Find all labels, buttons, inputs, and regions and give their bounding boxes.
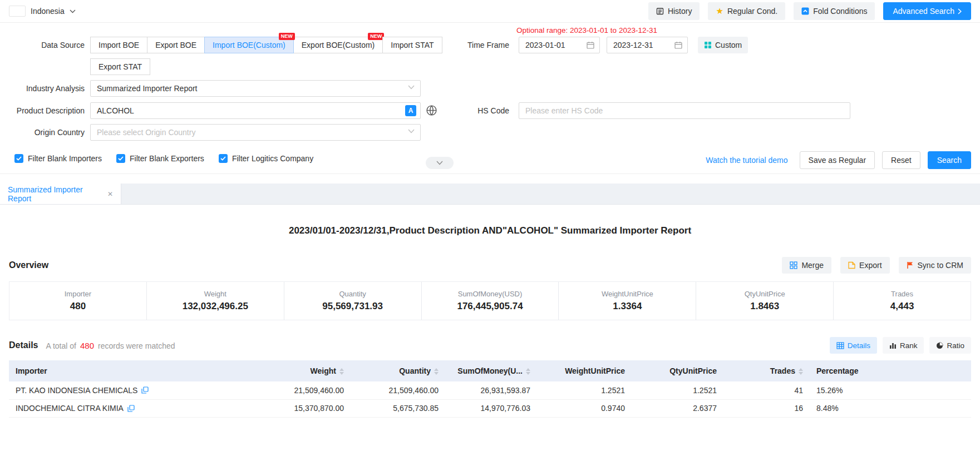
weight-cell: 15,370,870.00 xyxy=(260,399,351,417)
view-rank-label: Rank xyxy=(900,341,918,350)
sum-of-money-cell: 14,970,776.03 xyxy=(445,399,537,417)
importer-cell: INDOCHEMICAL CITRA KIMIA xyxy=(9,399,260,417)
history-button[interactable]: History xyxy=(648,2,700,20)
sync-to-crm-button[interactable]: Sync to CRM xyxy=(899,257,971,274)
result-tab-bar: Summarized Importer Report ✕ xyxy=(0,184,980,205)
chevron-down-icon xyxy=(70,9,76,13)
industry-analysis-label: Industry Analysis xyxy=(0,80,85,97)
topbar-actions: History ★ Regular Cond. Fold Conditions … xyxy=(648,2,971,20)
country-name: Indonesia xyxy=(31,7,65,16)
filter-blank-exporters-checkbox[interactable]: Filter Blank Exporters xyxy=(116,154,204,163)
total-suffix: records were matched xyxy=(98,341,175,350)
view-rank-button[interactable]: Rank xyxy=(883,337,924,354)
tab-label: Export BOE xyxy=(155,41,196,49)
col-importer: Importer xyxy=(9,360,260,381)
industry-analysis-select[interactable]: Summarized Importer Report xyxy=(90,80,421,97)
column-label: Quantity xyxy=(399,366,431,375)
checkbox-label: Filter Blank Importers xyxy=(28,154,102,163)
view-ratio-button[interactable]: Ratio xyxy=(929,337,971,354)
tab-import-boe-custom[interactable]: Import BOE(Custom)NEW xyxy=(204,37,294,53)
details-section: Details A total of480records were matche… xyxy=(0,337,980,418)
col-quantity: Quantity xyxy=(351,360,445,381)
copy-icon[interactable] xyxy=(141,386,149,394)
tab-export-boe-custom[interactable]: Export BOE(Custom)NEW xyxy=(293,37,383,53)
merge-button[interactable]: Merge xyxy=(782,257,831,274)
trades-cell: 16 xyxy=(723,399,810,417)
tab-export-boe[interactable]: Export BOE xyxy=(147,37,205,53)
calendar-icon xyxy=(674,41,682,49)
export-button[interactable]: Export xyxy=(840,257,889,274)
copy-icon[interactable] xyxy=(127,405,135,412)
overview-heading: Overview xyxy=(9,260,48,270)
hs-code-label: HS Code xyxy=(390,102,509,119)
bar-chart-icon xyxy=(889,342,897,349)
stat-label: SumOfMoney(USD) xyxy=(422,290,559,298)
country-selector[interactable]: Indonesia xyxy=(9,6,76,17)
report-title: 2023/01/01-2023/12/31,Product Descriptio… xyxy=(0,225,980,236)
custom-range-button[interactable]: Custom xyxy=(698,37,748,53)
table-row: PT. KAO INDONESIA CHEMICALS 21,509,460.0… xyxy=(9,381,971,399)
stat-trades: Trades 4,443 xyxy=(833,282,971,320)
filter-blank-importers-checkbox[interactable]: Filter Blank Importers xyxy=(14,154,102,163)
end-date-value: 2023-12-31 xyxy=(613,41,653,49)
checkbox-label: Filter Blank Exporters xyxy=(130,154,204,163)
importer-name[interactable]: PT. KAO INDONESIA CHEMICALS xyxy=(16,386,137,395)
new-badge: NEW xyxy=(279,33,295,40)
top-bar: Indonesia History ★ Regular Cond. Fold C… xyxy=(0,0,980,23)
tutorial-link[interactable]: Watch the tutorial demo xyxy=(706,156,787,165)
match-summary: A total of480records were matched xyxy=(46,341,175,350)
tab-summarized-importer-report[interactable]: Summarized Importer Report ✕ xyxy=(0,184,121,204)
history-icon xyxy=(656,7,664,15)
form-actions: Watch the tutorial demo Save as Regular … xyxy=(706,151,971,169)
column-label: WeightUnitPrice xyxy=(565,366,625,375)
chevron-down-icon xyxy=(408,85,415,90)
stat-label: Importer xyxy=(9,290,146,298)
column-label: Trades xyxy=(770,366,795,375)
importer-name[interactable]: INDOCHEMICAL CITRA KIMIA xyxy=(16,404,124,413)
end-date-input[interactable]: 2023-12-31 xyxy=(607,37,688,53)
start-date-input[interactable]: 2023-01-01 xyxy=(519,37,600,53)
tab-label: Export BOE(Custom) xyxy=(302,41,375,49)
stat-value: 1.8463 xyxy=(696,301,833,312)
view-details-label: Details xyxy=(848,341,870,350)
regular-cond-button[interactable]: ★ Regular Cond. xyxy=(708,2,785,20)
tab-export-stat[interactable]: Export STAT xyxy=(90,58,150,75)
chevron-down-icon xyxy=(436,161,443,165)
table-header-row: Importer Weight Quantity SumOfMoney(U...… xyxy=(9,360,971,381)
collapse-conditions-button[interactable] xyxy=(426,157,454,169)
export-icon xyxy=(848,261,855,269)
merge-icon xyxy=(790,261,797,269)
checkbox-checked-icon xyxy=(219,154,228,163)
fold-conditions-button[interactable]: Fold Conditions xyxy=(794,2,875,20)
details-table: Importer Weight Quantity SumOfMoney(U...… xyxy=(9,360,971,418)
stat-value: 176,445,905.74 xyxy=(422,301,559,312)
indonesia-flag-icon xyxy=(9,6,26,17)
sort-icon[interactable] xyxy=(434,368,439,375)
start-date-value: 2023-01-01 xyxy=(525,41,565,49)
search-button[interactable]: Search xyxy=(928,151,971,169)
view-switcher: Details Rank Ratio xyxy=(830,337,971,354)
tab-import-boe[interactable]: Import BOE xyxy=(90,37,147,53)
table-row: INDOCHEMICAL CITRA KIMIA 15,370,870.00 5… xyxy=(9,399,971,417)
close-icon[interactable]: ✕ xyxy=(107,190,113,198)
stat-quantity: Quantity 95,569,731.93 xyxy=(284,282,421,320)
sort-icon[interactable] xyxy=(339,368,344,375)
save-as-regular-button[interactable]: Save as Regular xyxy=(800,151,875,169)
col-percentage: Percentage xyxy=(810,360,971,381)
fold-conditions-label: Fold Conditions xyxy=(813,7,867,16)
view-details-button[interactable]: Details xyxy=(830,337,877,354)
filter-logistics-company-checkbox[interactable]: Filter Logitics Company xyxy=(219,154,313,163)
sort-icon[interactable] xyxy=(799,368,803,375)
sort-icon[interactable] xyxy=(526,368,530,375)
stat-value: 95,569,731.93 xyxy=(284,301,421,312)
product-description-label: Product Description xyxy=(0,102,85,119)
custom-icon xyxy=(704,41,712,49)
hs-code-input[interactable] xyxy=(519,102,850,119)
product-description-input[interactable] xyxy=(90,102,421,119)
origin-country-select[interactable]: Please select Origin Country xyxy=(90,124,421,141)
stat-label: Weight xyxy=(147,290,284,298)
checkbox-checked-icon xyxy=(14,154,23,163)
reset-button[interactable]: Reset xyxy=(882,151,920,169)
advanced-search-button[interactable]: Advanced Search xyxy=(883,2,971,20)
column-label: Weight xyxy=(311,366,336,375)
